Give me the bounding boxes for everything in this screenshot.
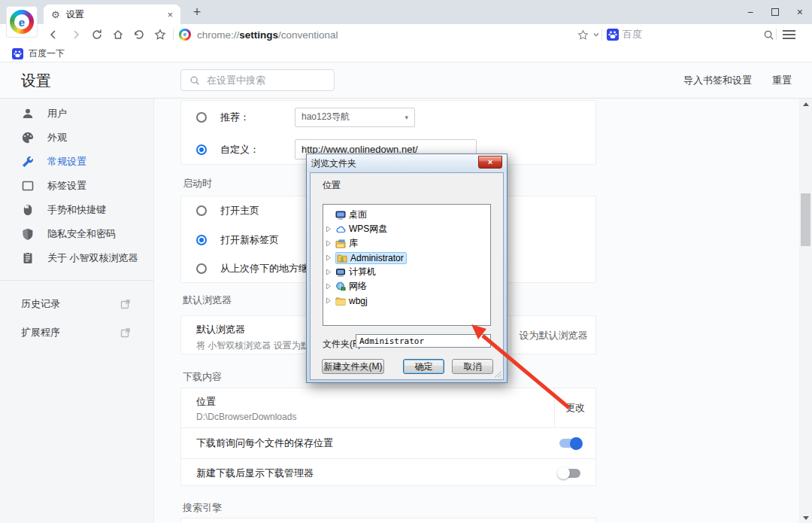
baidu-favicon — [12, 48, 23, 59]
change-location-button[interactable]: 更改 — [554, 388, 595, 427]
tree-item-computer[interactable]: 计算机 — [325, 265, 489, 279]
url-host: settings — [239, 29, 278, 41]
settings-search-box[interactable]: 在设置中搜索 — [180, 69, 335, 91]
minimize-icon[interactable]: − — [747, 7, 753, 17]
reload-icon[interactable] — [90, 28, 104, 41]
tree-item-desktop[interactable]: 桌面 — [325, 208, 489, 222]
tree-item-label: 桌面 — [349, 208, 367, 221]
bookmark-item[interactable]: 百度一下 — [9, 47, 68, 61]
expand-arrow-icon[interactable] — [326, 297, 332, 304]
download-manager-toggle[interactable] — [559, 469, 580, 478]
reset-button[interactable]: 重置 — [772, 62, 792, 99]
folder-tree: 桌面 WPS网盘 库 Administrator — [323, 204, 491, 326]
about-icon — [21, 251, 35, 265]
window-close-icon[interactable]: × — [797, 7, 803, 17]
sidebar-item-about[interactable]: 关于 小智双核浏览器 — [0, 246, 153, 270]
tab-strip: ⚙ 设置 × + − × — [0, 0, 812, 24]
new-tab-button[interactable]: + — [188, 3, 206, 21]
open-homepage-radio[interactable] — [196, 205, 207, 216]
browser-logo[interactable]: e — [6, 6, 38, 38]
sidebar-item-tabs[interactable]: 标签设置 — [0, 174, 153, 198]
expand-arrow-icon[interactable] — [326, 254, 332, 261]
continue-radio[interactable] — [196, 263, 207, 274]
set-default-browser-button[interactable]: 设为默认浏览器 — [511, 316, 595, 355]
dialog-close-icon[interactable]: × — [478, 156, 502, 169]
scroll-down-icon[interactable] — [799, 512, 812, 523]
maximize-icon[interactable] — [771, 8, 779, 16]
bookmark-label: 百度一下 — [29, 47, 65, 60]
resize-grip[interactable] — [494, 370, 501, 378]
new-folder-button[interactable]: 新建文件夹(M) — [322, 359, 384, 374]
tab-close-icon[interactable]: × — [167, 9, 173, 20]
sidebar-item-label: 外观 — [47, 131, 67, 144]
search-icon[interactable] — [762, 28, 775, 41]
import-bookmarks-button[interactable]: 导入书签和设置 — [683, 62, 752, 99]
expand-arrow-icon[interactable] — [326, 226, 332, 233]
window-controls: − × — [747, 3, 803, 21]
homepage-dropdown[interactable]: hao123导航 ▾ — [295, 108, 415, 127]
menu-icon[interactable] — [783, 30, 795, 39]
downloads-card: 位置 D:\DcBrowserDownloads 更改 下载前询问每个文件的保存… — [180, 388, 596, 486]
favorites-star-icon[interactable] — [576, 28, 589, 41]
tab-title: 设置 — [66, 8, 162, 21]
sidebar-item-appearance[interactable]: 外观 — [0, 126, 153, 150]
tree-item-label: 网络 — [349, 280, 367, 293]
tree-item-network[interactable]: 网络 — [325, 279, 489, 293]
tree-item-wps[interactable]: WPS网盘 — [325, 222, 489, 236]
cancel-button[interactable]: 取消 — [452, 359, 493, 374]
tree-item-label: 库 — [349, 237, 358, 250]
dialog-title: 浏览文件夹 — [311, 157, 356, 170]
section-startup: 启动时 — [183, 177, 212, 190]
recommended-label: 推荐： — [220, 111, 295, 124]
scroll-up-icon[interactable] — [799, 99, 812, 109]
startup-option-label: 从上次停下的地方继续 — [220, 262, 318, 275]
network-icon — [335, 281, 346, 292]
open-newtab-radio[interactable] — [196, 235, 207, 245]
sidebar-item-general[interactable]: 常规设置 — [0, 150, 153, 174]
tree-item-wbgj[interactable]: wbgj — [325, 293, 489, 308]
sidebar-item-label: 关于 小智双核浏览器 — [47, 251, 138, 265]
settings-sidebar: 用户 外观 常规设置 标签设置 手势和快捷键 隐私安全和密码 关于 小智双核浏览… — [0, 99, 154, 523]
custom-radio[interactable] — [196, 144, 207, 155]
sidebar-link-history[interactable]: 历史记录 — [0, 290, 153, 318]
address-url[interactable]: chrome://settings/conventional — [197, 24, 338, 45]
search-icon — [189, 75, 200, 86]
home-icon[interactable] — [111, 28, 125, 41]
selected-tree-item[interactable]: Administrator — [335, 252, 407, 264]
section-downloads: 下载内容 — [183, 370, 222, 384]
custom-label: 自定义： — [220, 143, 295, 157]
recommended-radio[interactable] — [196, 112, 207, 123]
back-icon[interactable] — [47, 28, 60, 41]
browser-tab[interactable]: ⚙ 设置 × — [44, 5, 180, 24]
external-link-icon — [120, 327, 131, 338]
page-title: 设置 — [21, 62, 51, 99]
recommended-row: 推荐： hao123导航 ▾ — [181, 101, 595, 133]
sidebar-item-user[interactable]: 用户 — [0, 102, 153, 126]
sidebar-item-privacy[interactable]: 隐私安全和密码 — [0, 222, 153, 246]
ask-location-toggle[interactable] — [559, 439, 580, 448]
undo-icon[interactable] — [132, 28, 146, 41]
bookmark-star-icon[interactable] — [153, 28, 167, 41]
page-scrollbar[interactable] — [799, 99, 812, 523]
dialog-titlebar[interactable]: 浏览文件夹 × — [307, 154, 507, 172]
tree-item-libraries[interactable]: 库 — [325, 236, 489, 251]
tree-item-administrator[interactable]: Administrator — [325, 251, 489, 265]
ok-button[interactable]: 确定 — [403, 359, 444, 374]
folder-name-input[interactable] — [356, 334, 491, 348]
scrollbar-thumb[interactable] — [801, 193, 810, 246]
sidebar-link-label: 扩展程序 — [21, 326, 60, 339]
bookmarks-bar: 百度一下 — [0, 45, 812, 62]
expand-arrow-icon[interactable] — [326, 283, 332, 290]
expand-arrow-icon[interactable] — [326, 240, 332, 247]
dialog-location-label: 位置 — [323, 179, 341, 192]
baidu-search-box[interactable]: 百度 — [623, 24, 642, 45]
external-link-icon — [120, 299, 131, 309]
expand-arrow-icon[interactable] — [326, 269, 332, 275]
tree-item-label: Administrator — [350, 253, 404, 263]
forward-icon[interactable] — [69, 28, 83, 41]
sidebar-item-gestures[interactable]: 手势和快捷键 — [0, 198, 153, 222]
user-icon — [21, 107, 35, 120]
sidebar-link-extensions[interactable]: 扩展程序 — [0, 318, 153, 347]
startup-option-label: 打开主页 — [220, 204, 259, 217]
computer-icon — [335, 267, 346, 278]
